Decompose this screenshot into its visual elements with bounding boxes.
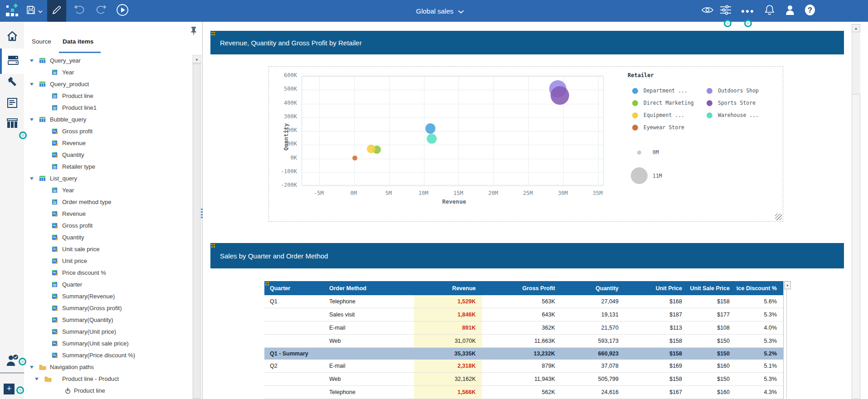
tree-item-revenue[interactable]: Revenue (24, 208, 192, 220)
legend-item-department-[interactable]: Department ... (632, 88, 688, 94)
account-button[interactable] (780, 0, 800, 22)
bubble-chart-container[interactable]: Quantity Revenue Retailer Department ...… (268, 66, 783, 222)
rail-pages-button[interactable] (0, 93, 24, 115)
table-row[interactable]: Q2E-mail2,318K879K37,078$169$1605.1% (264, 360, 783, 373)
coachmark-queries-badge[interactable] (19, 131, 27, 139)
tree-item-summary-unit-price-[interactable]: Summary(Unit price) (24, 326, 192, 338)
tree-item-query-product[interactable]: Query_product (24, 78, 192, 90)
tree-item-bubble-query[interactable]: Bubble_query (24, 114, 192, 126)
table-row[interactable]: Q1Telephone1,529K563K27,049$168$1585.6% (264, 295, 783, 308)
table-row[interactable]: E-mail891K362K21,570$113$1084.0% (264, 321, 783, 335)
tree-item-revenue[interactable]: Revenue (24, 137, 192, 149)
notifications-button[interactable] (759, 0, 780, 22)
undo-button[interactable] (70, 0, 90, 22)
pin-panel-icon[interactable] (190, 26, 197, 36)
tree-item-summary-price-discount-[interactable]: Summary(Price discount %) (24, 350, 192, 361)
tree-item-year[interactable]: Year (24, 185, 192, 196)
expander-icon[interactable] (30, 366, 34, 369)
tree-item-quantity[interactable]: Quantity (24, 232, 192, 243)
table-row[interactable]: Sales visit1,846K643K19,131$187$1775.3% (264, 308, 783, 321)
coachmark-validate-badge[interactable] (19, 358, 26, 365)
tree-item-summary-gross-profit-[interactable]: Summary(Gross profit) (24, 302, 192, 314)
tree-item-summary-revenue-[interactable]: Summary(Revenue) (24, 291, 192, 302)
canvas-scrollbar-thumb[interactable] (852, 94, 860, 399)
tree-item-quantity[interactable]: Quantity (24, 149, 192, 161)
tree-item-product-line[interactable]: Product line (24, 90, 192, 102)
more-options-button[interactable] (737, 0, 758, 22)
table-widget-header[interactable]: Sales by Quarter and Order Method (210, 243, 844, 268)
legend-item-equipment-[interactable]: Equipment ... (632, 112, 684, 118)
tree-item-retailer-type[interactable]: Retailer type (24, 161, 192, 173)
table-scrollbar-up-button[interactable]: ▲ (784, 281, 791, 289)
tree-item-product-line[interactable]: Product line (24, 385, 192, 397)
panel-scrollbar-up-button[interactable]: ▲ (193, 55, 201, 63)
chart-widget-header[interactable]: Revenue, Quantity and Gross Profit by Re… (210, 31, 844, 54)
tree-item-unit-sale-price[interactable]: Unit sale price (24, 243, 192, 255)
tree-item-product-line-product[interactable]: Product line - Product (24, 373, 192, 385)
table-summary-row[interactable]: Q1 - Summary35,335K13,232K660,923$158$15… (264, 348, 783, 360)
legend-item-outdoors-shop[interactable]: Outdoors Shop (707, 88, 759, 94)
column-header-unit-price[interactable]: Unit Price (625, 281, 688, 295)
canvas-scrollbar-up-button[interactable]: ▲ (852, 24, 860, 32)
expander-icon[interactable] (30, 177, 34, 180)
legend-item-eyewear-store[interactable]: Eyewear Store (632, 124, 684, 131)
report-title-dropdown[interactable]: Global sales (395, 0, 485, 22)
table-row[interactable]: Web32,162K11,943K505,799$158$1505.3% (264, 373, 783, 386)
legend-item-warehouse-[interactable]: Warehouse ... (707, 112, 759, 118)
add-object-button[interactable]: + (4, 384, 15, 394)
panel-scrollbar-thumb[interactable] (193, 64, 200, 399)
tree-item-order-method-type[interactable]: Order method type (24, 196, 192, 208)
filters-button[interactable] (715, 0, 736, 22)
tree-item-product-line1[interactable]: Product line1 (24, 102, 192, 114)
column-header-order-method[interactable]: Order Method (326, 281, 414, 295)
bubble-department-[interactable] (425, 123, 436, 134)
tree-item-list-query[interactable]: List_query (24, 173, 192, 185)
column-header-revenue[interactable]: Revenue (414, 281, 482, 295)
rail-report-data-button[interactable] (0, 49, 24, 74)
coachmark-add-badge[interactable] (16, 386, 24, 394)
tree-item-quarter[interactable]: Quarter (24, 279, 192, 291)
rail-home-button[interactable] (0, 26, 24, 48)
save-button[interactable] (24, 0, 44, 22)
table-scrollbar[interactable]: ▲ (783, 281, 791, 399)
column-header-gross-profit[interactable]: Gross Profit (482, 281, 561, 295)
app-logo[interactable] (4, 0, 22, 22)
bubble-equipment-[interactable] (367, 145, 375, 153)
tree-item-summary-quantity-[interactable]: Summary(Quantity) (24, 314, 192, 326)
rail-toolbox-button[interactable] (0, 72, 24, 93)
canvas-scrollbar-track[interactable] (852, 32, 860, 94)
legend-item-direct-marketing[interactable]: Direct Marketing (632, 100, 694, 106)
help-button[interactable]: ? (800, 0, 820, 22)
table-row[interactable]: Web31,070K11,663K593,173$158$1505.3% (264, 335, 783, 348)
panel-splitter-handle[interactable] (201, 209, 203, 219)
tree-item-price-discount-[interactable]: Price discount % (24, 267, 192, 279)
tree-item-gross-profit[interactable]: Gross profit (24, 126, 192, 137)
coachmark-filters-badge[interactable] (724, 19, 731, 27)
legend-item-sports-store[interactable]: Sports Store (707, 100, 756, 106)
column-header-quantity[interactable]: Quantity (561, 281, 625, 295)
sales-table[interactable]: QuarterOrder MethodRevenueGross ProfitQu… (264, 281, 791, 399)
expander-icon[interactable] (30, 83, 34, 86)
redo-button[interactable] (91, 0, 111, 22)
panel-scrollbar[interactable]: ▲ (192, 55, 201, 399)
resize-handle-icon[interactable] (775, 214, 782, 220)
edit-mode-button[interactable] (47, 0, 66, 22)
tree-item-year[interactable]: Year (24, 67, 192, 78)
canvas-scrollbar[interactable]: ▲ (852, 24, 860, 399)
table-row[interactable]: Telephone1,566K562K24,616$167$1604.3% (264, 386, 783, 399)
tree-item-summary-unit-sale-price-[interactable]: Summary(Unit sale price) (24, 338, 192, 350)
expander-icon[interactable] (30, 59, 34, 62)
tree-item-query-year[interactable]: Query_year (24, 55, 192, 67)
tree-item-unit-price[interactable]: Unit price (24, 255, 192, 267)
tree-item-navigation-paths[interactable]: Navigation paths (24, 361, 192, 373)
tree-item-product[interactable]: Product (24, 397, 192, 399)
column-header-price-discount-[interactable]: Price Discount % (736, 281, 783, 295)
run-report-button[interactable] (112, 0, 132, 22)
expander-icon[interactable] (35, 378, 39, 380)
tab-source[interactable]: Source (32, 38, 51, 51)
column-header-quarter[interactable]: Quarter (264, 281, 326, 295)
coachmark-more-badge[interactable] (744, 19, 752, 27)
column-header-unit-sale-price[interactable]: Unit Sale Price (688, 281, 736, 295)
tree-item-gross-profit[interactable]: Gross profit (24, 220, 192, 232)
expander-icon[interactable] (30, 118, 34, 121)
